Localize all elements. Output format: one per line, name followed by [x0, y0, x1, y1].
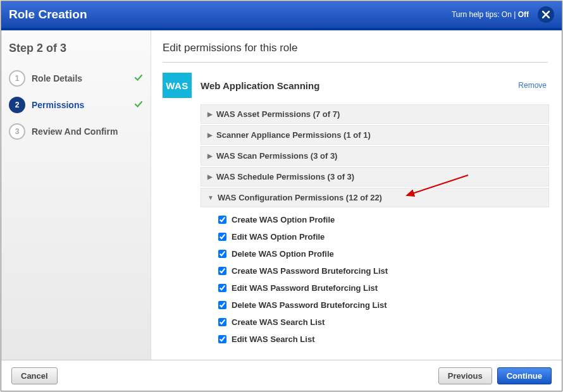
perm-item[interactable]: Edit WAS Search List: [218, 331, 549, 348]
chevron-right-icon: ▶: [207, 173, 213, 180]
step-label: Role Details: [32, 73, 82, 83]
was-badge-icon: WAS: [163, 73, 192, 98]
main-panel: Edit permissions for this role WAS Web A…: [151, 30, 562, 360]
perm-item[interactable]: Edit WAS Option Profile: [218, 228, 549, 245]
step-number: 1: [9, 70, 25, 87]
perm-group-scan[interactable]: ▶ WAS Scan Permissions (3 of 3): [201, 146, 549, 166]
perm-label: Create WAS Option Profile: [232, 215, 335, 224]
check-icon: [134, 73, 143, 84]
step-indicator: Step 2 of 3: [9, 42, 143, 55]
perm-checkbox[interactable]: [218, 335, 226, 343]
perm-label: Create WAS Search List: [232, 317, 325, 327]
perm-checkbox[interactable]: [218, 250, 226, 258]
content-scroll: WAS Web Application Scanning Remove ▶ WA…: [163, 63, 557, 360]
perm-item[interactable]: Create WAS Password Bruteforcing List: [218, 262, 549, 279]
perm-group-configuration[interactable]: ▼ WAS Configuration Permissions (12 of 2…: [201, 188, 549, 207]
perm-group-label: WAS Scan Permissions (3 of 3): [216, 151, 337, 161]
continue-button[interactable]: Continue: [497, 367, 552, 384]
perm-list-configuration: Create WAS Option Profile Edit WAS Optio…: [218, 211, 549, 348]
perm-label: Delete WAS Password Bruteforcing List: [232, 300, 387, 310]
perm-label: Edit WAS Password Bruteforcing List: [232, 283, 378, 293]
chevron-right-icon: ▶: [207, 132, 213, 138]
remove-link[interactable]: Remove: [518, 81, 547, 90]
perm-group-label: Scanner Appliance Permissions (1 of 1): [216, 130, 371, 140]
chevron-right-icon: ▶: [207, 111, 213, 118]
footer-right: Previous Continue: [438, 367, 552, 384]
perm-label: Delete WAS Option Profile: [232, 249, 334, 259]
dialog-header: Role Creation Turn help tips: On | Off: [1, 1, 562, 30]
help-tips-toggle[interactable]: Turn help tips: On | Off: [452, 10, 529, 19]
perm-checkbox[interactable]: [218, 267, 226, 275]
perm-checkbox[interactable]: [218, 284, 226, 292]
step-number: 2: [9, 97, 25, 113]
content-inner[interactable]: WAS Web Application Scanning Remove ▶ WA…: [163, 73, 557, 360]
check-icon: [134, 100, 143, 111]
perm-group-asset[interactable]: ▶ WAS Asset Permissions (7 of 7): [201, 104, 549, 124]
step-sidebar: Step 2 of 3 1 Role Details 2 Permissions…: [1, 30, 151, 360]
chevron-down-icon: ▼: [207, 194, 214, 201]
perm-item[interactable]: Create WAS Search List: [218, 314, 549, 331]
step-label: Review And Confirm: [32, 126, 118, 137]
module-header: WAS Web Application Scanning Remove: [163, 73, 549, 98]
chevron-right-icon: ▶: [207, 152, 213, 159]
step-number: 3: [9, 123, 25, 140]
permission-groups: ▶ WAS Asset Permissions (7 of 7) ▶ Scann…: [201, 104, 549, 348]
perm-item[interactable]: Edit WAS Password Bruteforcing List: [218, 279, 549, 297]
perm-label: Edit WAS Search List: [232, 334, 314, 344]
dialog-footer: Cancel Previous Continue: [1, 360, 562, 391]
perm-group-schedule[interactable]: ▶ WAS Schedule Permissions (3 of 3): [201, 167, 549, 187]
perm-label: Edit WAS Option Profile: [232, 232, 325, 242]
dialog-body: Step 2 of 3 1 Role Details 2 Permissions…: [1, 30, 562, 360]
role-creation-dialog: Role Creation Turn help tips: On | Off S…: [1, 1, 562, 391]
step-review-confirm[interactable]: 3 Review And Confirm: [9, 118, 143, 145]
perm-group-scanner[interactable]: ▶ Scanner Appliance Permissions (1 of 1): [201, 125, 549, 145]
previous-button[interactable]: Previous: [438, 367, 492, 384]
step-role-details[interactable]: 1 Role Details: [9, 65, 143, 92]
perm-group-label: WAS Configuration Permissions (12 of 22): [218, 193, 382, 202]
perm-label: Create WAS Password Bruteforcing List: [232, 266, 388, 276]
step-permissions[interactable]: 2 Permissions: [9, 92, 143, 118]
header-controls: Turn help tips: On | Off: [452, 6, 554, 23]
perm-checkbox[interactable]: [218, 216, 226, 224]
step-label: Permissions: [32, 100, 84, 110]
cancel-button[interactable]: Cancel: [11, 367, 58, 384]
perm-item[interactable]: Delete WAS Option Profile: [218, 245, 549, 262]
perm-checkbox[interactable]: [218, 301, 226, 309]
page-title: Edit permissions for this role: [163, 42, 557, 54]
perm-checkbox[interactable]: [218, 233, 226, 241]
dialog-title: Role Creation: [9, 8, 87, 21]
perm-group-label: WAS Schedule Permissions (3 of 3): [216, 172, 354, 181]
perm-group-label: WAS Asset Permissions (7 of 7): [216, 109, 340, 119]
perm-checkbox[interactable]: [218, 318, 226, 326]
close-icon[interactable]: [538, 6, 554, 23]
module-name: Web Application Scanning: [201, 80, 319, 91]
perm-item[interactable]: Create WAS Option Profile: [218, 211, 549, 228]
perm-item[interactable]: Delete WAS Password Bruteforcing List: [218, 297, 549, 314]
